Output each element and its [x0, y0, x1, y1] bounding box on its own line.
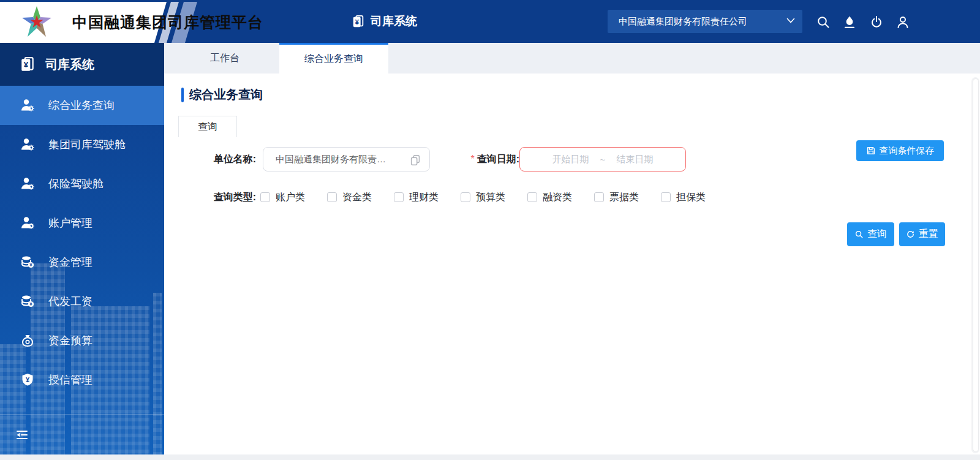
checkbox-label: 担保类 [676, 191, 706, 204]
search-icon[interactable] [815, 14, 831, 30]
org-name-label: 单位名称: [164, 147, 256, 172]
moneybag-icon [20, 333, 35, 348]
tab-label: 综合业务查询 [304, 53, 363, 66]
save-query-condition-button[interactable]: 查询条件保存 [856, 140, 944, 161]
checkbox-box[interactable] [394, 192, 404, 202]
top-nav-label: 司库系统 [371, 13, 417, 29]
sidebar-item-label: 授信管理 [48, 372, 92, 387]
checkbox-funds-type[interactable]: 资金类 [327, 191, 372, 204]
date-range-input[interactable]: 开始日期 ~ 结束日期 [519, 147, 686, 172]
copy-icon[interactable] [409, 153, 422, 167]
form-actions: 查询 重置 [847, 222, 945, 246]
coins-icon: ¥ [20, 255, 35, 270]
sidebar-item-account-management[interactable]: 账户管理 [0, 203, 164, 243]
treasury-platform-page: 中国融通集团司库管理平台 ¥ 司库系统 中国融通集团财务有限责任公司 [0, 0, 980, 460]
svg-text:¥: ¥ [29, 301, 32, 307]
sidebar-item-group-treasury-cockpit[interactable]: 集团司库驾驶舱 [0, 125, 164, 164]
search-button[interactable]: 查询 [847, 222, 894, 246]
tab-label: 工作台 [210, 52, 239, 65]
tab-comprehensive-query[interactable]: 综合业务查询 [279, 43, 388, 74]
sidebar-item-label: 保险驾驶舱 [48, 176, 104, 191]
save-button-label: 查询条件保存 [880, 145, 935, 157]
query-subtab-label: 查询 [198, 121, 217, 134]
sidebar-item-comprehensive-query[interactable]: 综合业务查询 [0, 86, 164, 125]
sidebar-item-label: 账户管理 [48, 216, 92, 230]
page-title-text: 综合业务查询 [189, 86, 263, 103]
platform-title: 中国融通集团司库管理平台 [72, 2, 263, 43]
sidebar-item-label: 代发工资 [48, 294, 92, 309]
query-date-label: *查询日期: [421, 147, 519, 172]
top-nav-treasury-system[interactable]: ¥ 司库系统 [352, 0, 417, 43]
svg-text:¥: ¥ [355, 18, 360, 26]
query-type-label: 查询类型: [164, 185, 256, 209]
reset-button-label: 重置 [919, 228, 938, 241]
sidebar-item-label: 资金预算 [48, 333, 92, 348]
user-gear-icon [20, 216, 35, 230]
sidebar-item-credit-management[interactable]: ¥ 授信管理 [0, 360, 164, 399]
org-name-value: 中国融通集团财务有限责… [276, 154, 386, 165]
user-gear-icon [20, 137, 35, 152]
workspace-tabstrip: 工作台 综合业务查询 [164, 43, 980, 74]
reset-button[interactable]: 重置 [899, 222, 945, 246]
checkbox-box[interactable] [327, 192, 337, 202]
org-selector[interactable]: 中国融通集团财务有限责任公司 [608, 10, 802, 33]
svg-text:¥: ¥ [24, 60, 29, 69]
sidebar-item-insurance-cockpit[interactable]: 保险驾驶舱 [0, 164, 164, 203]
date-start-placeholder: 开始日期 [552, 154, 589, 165]
app-header: 中国融通集团司库管理平台 ¥ 司库系统 中国融通集团财务有限责任公司 [0, 0, 980, 43]
checkbox-label: 理财类 [409, 191, 439, 204]
sidebar-system-title: 司库系统 [45, 56, 94, 73]
checkbox-label: 融资类 [543, 191, 572, 204]
checkbox-budget-type[interactable]: 预算类 [461, 191, 505, 204]
checkbox-guarantee-type[interactable]: 担保类 [661, 191, 706, 204]
app-logo-star-icon [22, 5, 51, 39]
content-panel: 综合业务查询 查询 单位名称: 中国融通集团财务有限责… *查询日期: [164, 74, 980, 454]
collapse-icon[interactable] [15, 428, 29, 442]
checkbox-box[interactable] [594, 192, 604, 202]
checkbox-account-type[interactable]: 账户类 [260, 191, 305, 204]
sidebar-item-payroll[interactable]: ¥ 代发工资 [0, 282, 164, 321]
sidebar-collapse-bar [0, 414, 164, 454]
required-mark: * [470, 154, 474, 164]
user-icon[interactable] [895, 14, 911, 30]
power-icon[interactable] [869, 14, 884, 30]
save-icon [866, 146, 876, 156]
chevron-down-icon [786, 18, 795, 24]
checkbox-label: 账户类 [276, 191, 305, 204]
checkbox-wealth-type[interactable]: 理财类 [394, 191, 439, 204]
sidebar-item-label: 资金管理 [48, 255, 92, 270]
query-subtab[interactable]: 查询 [178, 116, 237, 137]
title-accent-bar [181, 88, 184, 102]
checkbox-financing-type[interactable]: 融资类 [527, 191, 572, 204]
checkbox-box[interactable] [461, 192, 470, 202]
checkbox-box[interactable] [527, 192, 537, 202]
date-separator: ~ [600, 154, 606, 165]
main-area: 工作台 综合业务查询 综合业务查询 查询 单位名称: 中国融通集团财务有限责… [164, 43, 980, 454]
checkbox-box[interactable] [661, 192, 671, 202]
bottom-strip [0, 454, 980, 460]
page-title: 综合业务查询 [181, 86, 263, 103]
coins-icon: ¥ [20, 294, 35, 309]
user-gear-icon [20, 176, 35, 191]
passbook-yuan-icon: ¥ [20, 56, 36, 72]
tab-workbench[interactable]: 工作台 [170, 43, 279, 74]
sidebar-item-fund-budget[interactable]: 资金预算 [0, 321, 164, 360]
query-type-options: 账户类 资金类 理财类 预算类 融资类 [260, 190, 706, 205]
passbook-yuan-icon: ¥ [352, 15, 365, 28]
svg-text:¥: ¥ [29, 262, 32, 268]
checkbox-label: 预算类 [476, 191, 505, 204]
date-end-placeholder: 结束日期 [616, 154, 653, 165]
search-icon [854, 230, 864, 239]
refresh-icon [906, 230, 915, 239]
org-name-input[interactable]: 中国融通集团财务有限责… [263, 147, 430, 172]
svg-text:¥: ¥ [26, 376, 30, 383]
org-selector-value: 中国融通集团财务有限责任公司 [619, 16, 747, 28]
checkbox-bill-type[interactable]: 票据类 [594, 191, 639, 204]
shield-yuan-icon: ¥ [20, 372, 35, 387]
scrollbar-thumb[interactable] [973, 78, 979, 452]
checkbox-label: 资金类 [342, 191, 372, 204]
search-button-label: 查询 [867, 228, 887, 241]
sidebar-item-fund-management[interactable]: ¥ 资金管理 [0, 243, 164, 282]
checkbox-box[interactable] [260, 192, 270, 202]
theme-skin-icon[interactable] [842, 14, 858, 30]
